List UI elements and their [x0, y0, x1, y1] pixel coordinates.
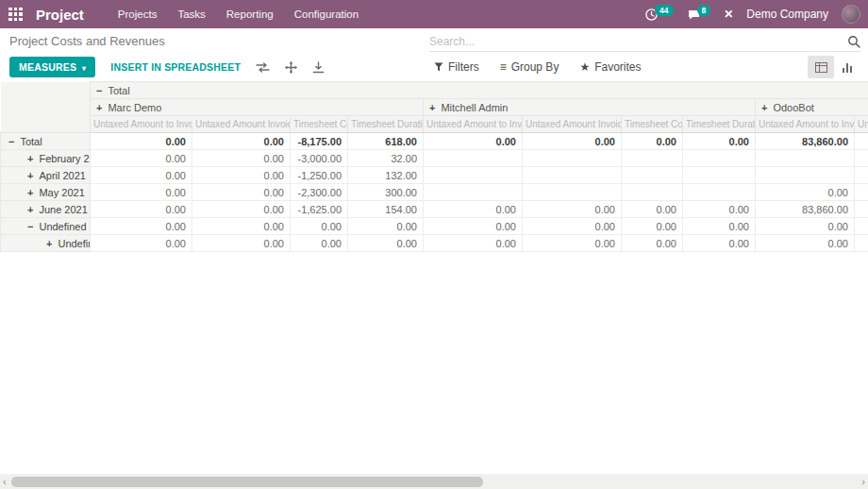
pivot-cell: [683, 184, 756, 201]
pivot-cell: 0.00: [523, 201, 622, 218]
messages-count-badge: 8: [697, 5, 711, 16]
measures-button[interactable]: MEASURES▾: [9, 57, 95, 77]
activities-button[interactable]: 44: [644, 8, 673, 22]
pivot-cell: [424, 150, 523, 167]
row-header-february-2021[interactable]: +February 2021: [1, 150, 91, 167]
measure-header[interactable]: Timesheet Cost: [291, 116, 348, 133]
flip-axes-icon[interactable]: [256, 62, 270, 73]
col-group-marc-demo[interactable]: +Marc Demo: [91, 99, 424, 116]
expand-icon: +: [27, 170, 33, 181]
star-icon: ★: [579, 60, 590, 74]
scrollbar-thumb[interactable]: [11, 477, 483, 487]
pivot-view-icon: [815, 62, 827, 73]
pivot-cell: -1,250.00: [291, 167, 348, 184]
search-input[interactable]: [429, 35, 847, 48]
expand-icon: +: [27, 153, 33, 164]
user-avatar[interactable]: [842, 5, 860, 24]
scroll-left-arrow[interactable]: ‹: [3, 474, 7, 489]
favorites-button[interactable]: ★ Favorites: [579, 60, 641, 74]
pivot-cell: [855, 218, 868, 235]
measure-header[interactable]: Untaxed Amount to Invoice: [424, 116, 523, 133]
graph-view-button[interactable]: [834, 56, 860, 78]
pivot-cell: 0.00: [192, 201, 291, 218]
row-header-june-2021[interactable]: +June 2021: [1, 201, 91, 218]
pivot-cell: 0.00: [683, 218, 756, 235]
pivot-cell: -2,300.00: [291, 184, 348, 201]
col-group-mitchell-admin[interactable]: +Mitchell Admin: [424, 99, 756, 116]
app-name[interactable]: Project: [36, 7, 84, 23]
table-row: −Undefined0.000.000.000.000.000.000.000.…: [1, 218, 868, 235]
measure-header[interactable]: Untaxed Amount Invoiced: [192, 116, 291, 133]
insert-in-spreadsheet-button[interactable]: INSERT IN SPREADSHEET: [110, 61, 241, 73]
pivot-cell: [855, 184, 868, 201]
pivot-cell: [622, 167, 683, 184]
pivot-measure-header-row: Untaxed Amount to InvoiceUntaxed Amount …: [1, 116, 868, 133]
pivot-cell: 0.00: [683, 201, 756, 218]
measure-header[interactable]: Timesheet Duration: [348, 116, 424, 133]
control-panel-top: Project Costs and Revenues: [0, 28, 868, 54]
expand-all-icon[interactable]: [285, 61, 297, 74]
pivot-cell: 0.00: [424, 133, 523, 150]
pivot-cell: 132.00: [348, 167, 424, 184]
measure-header[interactable]: Timesheet Duration: [683, 116, 756, 133]
app-window: Project ProjectsTasksReportingConfigurat…: [0, 0, 868, 489]
filters-button[interactable]: Filters: [434, 60, 479, 74]
apps-menu-icon[interactable]: [8, 8, 23, 22]
table-row: +April 20210.000.00-1,250.00132.00: [1, 167, 868, 184]
col-group-total[interactable]: −Total: [91, 82, 868, 99]
table-row: −Total0.000.00-8,175.00618.000.000.000.0…: [1, 133, 868, 150]
messages-button[interactable]: 8: [687, 8, 711, 22]
table-row: +June 20210.000.00-1,625.00154.000.000.0…: [1, 201, 868, 218]
measure-header[interactable]: Untaxed Amount Invoiced: [523, 116, 622, 133]
pivot-view-button[interactable]: [808, 56, 834, 78]
x-icon[interactable]: ✕: [724, 8, 733, 21]
table-row: +February 20210.000.00-3,000.0032.00: [1, 150, 868, 167]
pivot-cell: [855, 235, 868, 252]
pivot-cell: [424, 167, 523, 184]
pivot-cell: 618.00: [348, 133, 424, 150]
pivot-cell: 0.00: [424, 218, 523, 235]
row-header-undefined[interactable]: +Undefined: [1, 235, 91, 252]
pivot-cell: 0.00: [91, 150, 192, 167]
group-by-button[interactable]: ≡ Group By: [500, 60, 559, 74]
search-icon[interactable]: [847, 35, 860, 48]
pivot-cell: 0.00: [192, 218, 291, 235]
measure-header[interactable]: Timesheet Cost: [622, 116, 683, 133]
pivot-cell: -1,625.00: [291, 201, 348, 218]
pivot-cell: 0.00: [291, 235, 348, 252]
scroll-right-arrow[interactable]: ›: [861, 474, 865, 489]
pivot-cell: [855, 133, 868, 150]
pivot-cell: 0.00: [192, 167, 291, 184]
row-header-total[interactable]: −Total: [1, 133, 91, 150]
measure-header[interactable]: Untaxed Amount to Invoice: [756, 116, 855, 133]
pivot-cell: 0.00: [683, 133, 756, 150]
row-header-may-2021[interactable]: +May 2021: [1, 184, 91, 201]
pivot-cell: [523, 184, 622, 201]
pivot-table: −Total +Marc Demo+Mitchell Admin+OdooBot…: [0, 81, 868, 252]
pivot-cell: 0.00: [192, 150, 291, 167]
menu-item-reporting[interactable]: Reporting: [226, 8, 274, 20]
pivot-cell: 0.00: [192, 235, 291, 252]
expand-icon: +: [761, 102, 767, 113]
pivot-cell: 0.00: [622, 201, 683, 218]
menu-item-projects[interactable]: Projects: [118, 8, 158, 20]
row-header-april-2021[interactable]: +April 2021: [1, 167, 91, 184]
pivot-cell: 0.00: [192, 184, 291, 201]
breadcrumb: Project Costs and Revenues: [9, 34, 165, 48]
pivot-cell: 0.00: [756, 235, 855, 252]
menu-item-configuration[interactable]: Configuration: [294, 8, 359, 20]
row-header-undefined[interactable]: −Undefined: [1, 218, 91, 235]
collapse-icon: −: [96, 85, 102, 96]
col-group-odoobot[interactable]: +OdooBot: [756, 99, 868, 116]
menu-item-tasks[interactable]: Tasks: [177, 8, 205, 20]
group-by-icon: ≡: [500, 60, 507, 74]
pivot-cell: 0.00: [91, 218, 192, 235]
measure-header[interactable]: Untaxed Amount to Invoice: [91, 116, 192, 133]
pivot-cell: 0.00: [683, 235, 756, 252]
download-icon[interactable]: [312, 61, 325, 74]
company-switcher[interactable]: Demo Company: [746, 8, 828, 21]
pivot-cell: [424, 184, 523, 201]
pivot-cell: 0.00: [348, 235, 424, 252]
measure-header[interactable]: Un: [855, 116, 868, 133]
horizontal-scrollbar[interactable]: ‹ ›: [0, 474, 868, 489]
